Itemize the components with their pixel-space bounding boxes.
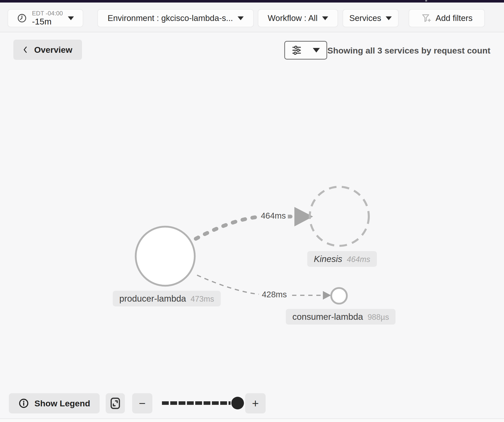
service-name: Kinesis	[314, 251, 342, 267]
service-name: consumer-lambda	[292, 309, 363, 325]
edge-latency-producer-kinesis[interactable]: 464ms	[259, 211, 288, 221]
fit-view-button[interactable]	[106, 393, 125, 413]
node-consumer-lambda[interactable]	[331, 288, 347, 304]
edge-latency-producer-consumer[interactable]: 428ms	[260, 290, 289, 299]
zoom-out-button[interactable]: −	[132, 393, 152, 413]
minus-icon: −	[139, 397, 146, 410]
show-legend-button[interactable]: Show Legend	[9, 393, 100, 413]
service-latency: 473ms	[191, 291, 214, 307]
node-kinesis[interactable]	[310, 187, 369, 246]
fit-view-icon	[109, 397, 121, 410]
node-producer-lambda[interactable]	[136, 227, 195, 286]
service-map-canvas[interactable]	[0, 0, 504, 422]
below-panel-area	[0, 419, 504, 422]
node-label-consumer-lambda[interactable]: consumer-lambda 988µs	[286, 309, 396, 325]
arrowhead-small	[323, 291, 331, 300]
node-label-kinesis[interactable]: Kinesis 464ms	[307, 251, 377, 267]
service-latency: 988µs	[368, 309, 389, 325]
node-label-producer-lambda[interactable]: producer-lambda 473ms	[113, 291, 221, 306]
service-latency: 464ms	[347, 252, 370, 267]
service-name: producer-lambda	[119, 291, 186, 306]
zoom-slider-knob[interactable]	[231, 397, 244, 409]
zoom-slider[interactable]	[156, 393, 247, 413]
edge-producer-to-kinesis[interactable]	[196, 207, 313, 239]
plus-icon: +	[252, 397, 259, 410]
info-icon	[18, 398, 29, 409]
show-legend-label: Show Legend	[35, 399, 90, 408]
zoom-in-button[interactable]: +	[245, 393, 266, 413]
